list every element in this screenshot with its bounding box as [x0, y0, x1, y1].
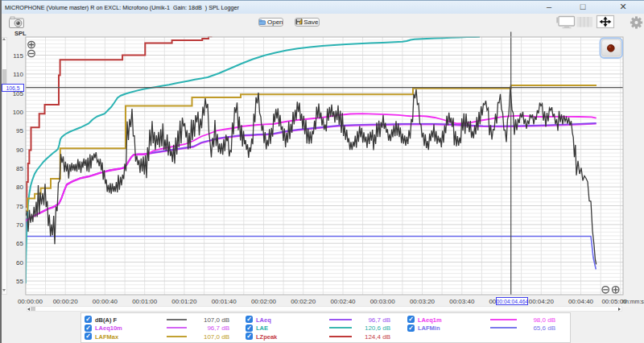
svg-text:00:02:00: 00:02:00 [251, 298, 277, 305]
svg-text:75: 75 [16, 203, 23, 210]
svg-text:00:01:00: 00:01:00 [132, 298, 158, 305]
svg-text:55: 55 [16, 278, 23, 285]
svg-text:00:01:40: 00:01:40 [212, 298, 237, 305]
svg-text:00:01:20: 00:01:20 [171, 298, 197, 305]
svg-text:95: 95 [16, 127, 23, 134]
svg-text:85: 85 [16, 165, 23, 172]
svg-text:115: 115 [13, 52, 23, 60]
svg-text:00:04:20: 00:04:20 [529, 298, 555, 305]
svg-text:00:03:20: 00:03:20 [410, 298, 436, 305]
svg-text:65: 65 [16, 240, 23, 247]
svg-text:00:03:00: 00:03:00 [370, 298, 396, 305]
svg-text:00:00:00: 00:00:00 [18, 298, 43, 305]
svg-text:90: 90 [16, 147, 23, 154]
svg-text:70: 70 [16, 221, 23, 229]
svg-text:00:04:40: 00:04:40 [568, 298, 594, 305]
svg-text:hh:mm:ss: hh:mm:ss [622, 299, 644, 304]
svg-text:00:03:40: 00:03:40 [449, 298, 475, 305]
svg-text:60: 60 [16, 259, 23, 267]
svg-text:00:00:20: 00:00:20 [53, 298, 79, 305]
svg-text:80: 80 [16, 184, 23, 191]
svg-text:110: 110 [13, 71, 23, 78]
svg-text:00:02:20: 00:02:20 [291, 298, 316, 305]
svg-text:00:00:40: 00:00:40 [93, 298, 118, 305]
svg-text:100: 100 [13, 109, 24, 116]
svg-text:00:02:40: 00:02:40 [330, 298, 356, 305]
